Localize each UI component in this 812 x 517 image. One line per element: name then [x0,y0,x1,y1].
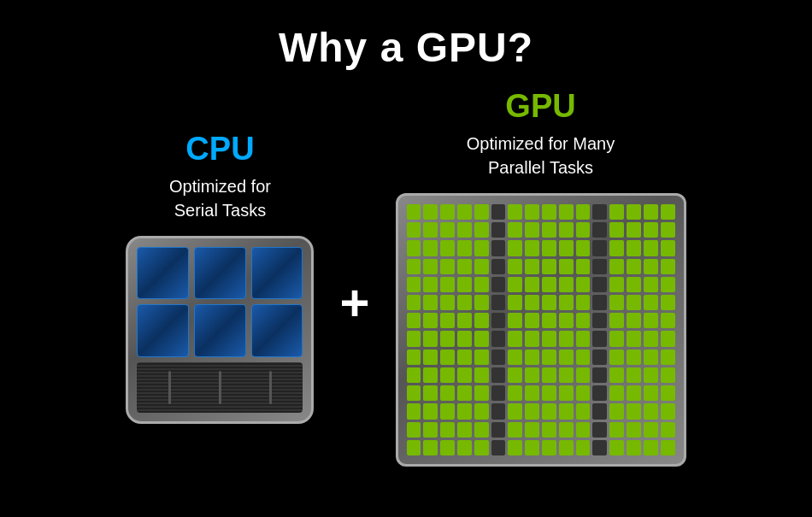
gpu-core [491,331,506,346]
gpu-core [457,240,472,256]
gpu-core [423,204,438,220]
gpu-core [644,403,658,419]
gpu-core [525,259,539,274]
gpu-core [407,440,421,455]
gpu-core [474,440,489,455]
gpu-core [440,277,455,292]
gpu-core [644,313,658,328]
gpu-core [644,331,658,346]
gpu-core [508,240,522,256]
gpu-core [627,385,641,401]
gpu-core [644,295,658,310]
cpu-core-6 [251,304,303,356]
gpu-chip-diagram [396,193,686,467]
gpu-core [644,350,658,365]
gpu-core [661,422,675,438]
gpu-core [423,350,438,365]
gpu-core [661,440,675,455]
gpu-core [542,331,556,346]
gpu-core [609,295,624,310]
gpu-core [542,422,556,438]
gpu-core [627,222,641,238]
gpu-core [559,222,574,238]
gpu-core [592,222,607,238]
gpu-core [609,440,624,455]
page-title: Why a GPU? [279,24,533,71]
gpu-core [525,385,539,401]
gpu-core [474,222,489,238]
cpu-cache [137,362,303,413]
gpu-core [592,385,607,401]
gpu-core [407,367,421,383]
gpu-core [508,367,522,383]
gpu-core [576,385,591,401]
gpu-core [440,222,455,238]
gpu-core [508,204,522,220]
gpu-core [474,350,489,365]
gpu-core [525,422,539,438]
gpu-core [661,277,675,292]
gpu-core [525,440,539,455]
gpu-core [661,385,675,401]
gpu-core [542,350,556,365]
gpu-core [627,403,641,419]
gpu-core [423,222,438,238]
gpu-core [609,403,624,419]
gpu-core [407,313,421,328]
gpu-core [609,240,624,256]
gpu-core [440,440,455,455]
gpu-core [508,403,522,419]
gpu-core [491,403,506,419]
gpu-core [525,313,539,328]
gpu-core [627,240,641,256]
gpu-core [525,204,539,220]
plus-sign: + [339,273,369,332]
cpu-core-5 [194,304,246,356]
gpu-core [474,385,489,401]
gpu-core [407,331,421,346]
gpu-core [474,367,489,383]
gpu-core [491,240,506,256]
gpu-core [609,313,624,328]
gpu-core [440,259,455,274]
gpu-core [661,204,675,220]
gpu-core [559,367,574,383]
gpu-core [592,367,607,383]
gpu-cores [407,204,675,455]
gpu-core [592,350,607,365]
gpu-core [474,313,489,328]
gpu-core [576,204,591,220]
gpu-core [627,295,641,310]
gpu-core [576,295,591,310]
gpu-core [491,222,506,238]
cpu-core-4 [137,304,189,356]
gpu-core [508,331,522,346]
gpu-core [457,331,472,346]
gpu-core [644,367,658,383]
gpu-core [576,367,591,383]
gpu-core [423,385,438,401]
gpu-core [644,204,658,220]
gpu-core [627,204,641,220]
gpu-core [661,240,675,256]
gpu-core [508,385,522,401]
cpu-section: CPU Optimized for Serial Tasks [126,131,314,424]
gpu-core [627,440,641,455]
gpu-core [474,403,489,419]
gpu-core [407,403,421,419]
gpu-core [609,204,624,220]
gpu-core [525,295,539,310]
gpu-core [508,422,522,438]
gpu-core [525,222,539,238]
gpu-core [592,422,607,438]
cpu-label: CPU [185,131,254,167]
gpu-core [457,403,472,419]
gpu-core [644,240,658,256]
gpu-core [609,422,624,438]
gpu-core [559,259,574,274]
gpu-core [542,440,556,455]
gpu-core [491,440,506,455]
gpu-core [592,313,607,328]
gpu-core [542,385,556,401]
gpu-core [661,331,675,346]
